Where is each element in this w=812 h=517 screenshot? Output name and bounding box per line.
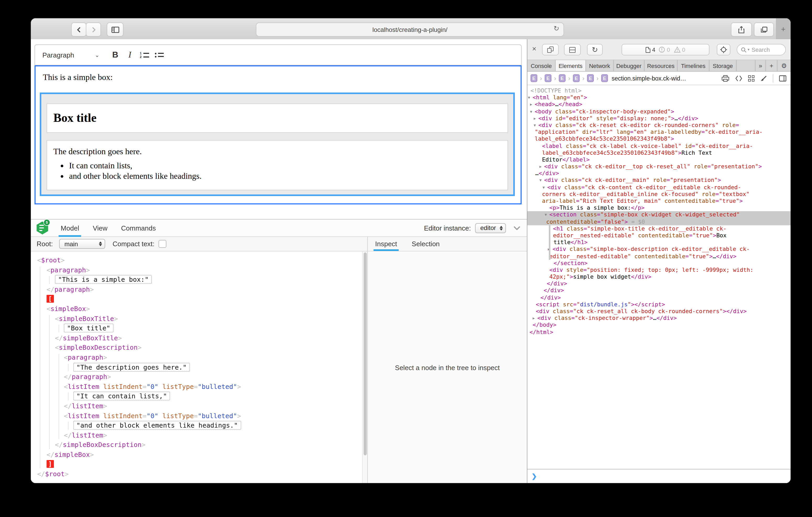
add-tab-button[interactable]: +	[765, 60, 777, 71]
address-bar[interactable]: localhost/creating-a-plugin/ ↻	[256, 23, 564, 37]
dom-tree-line[interactable]: ▶<div id="editor" style="display: none;"…	[527, 115, 790, 122]
editor-instance-select[interactable]: editor	[475, 223, 506, 233]
model-tree-line[interactable]: <simpleBoxDescription>	[31, 343, 362, 353]
back-button[interactable]	[71, 23, 86, 37]
dom-tree-line[interactable]: ▼<div class="ck ck-reset ck-editor ck-ro…	[527, 122, 790, 129]
breadcrumb-element-badge[interactable]: E	[545, 74, 551, 82]
dom-tree-line[interactable]: <!DOCTYPE html>	[527, 87, 790, 94]
model-tree-line[interactable]: ]	[31, 460, 362, 469]
devtools-tab-resources[interactable]: Resources	[645, 60, 677, 71]
dom-tree-line[interactable]: <div class="ck ck-reset_all ck-body ck-r…	[527, 308, 790, 315]
tab-selection[interactable]: Selection	[412, 240, 440, 251]
editor-paragraph[interactable]: This is a simple box:	[43, 73, 521, 82]
tab-model[interactable]: Model	[61, 219, 79, 237]
simple-box-title[interactable]: Box title	[47, 103, 508, 133]
model-tree-line[interactable]: <paragraph>	[31, 265, 362, 275]
model-tree-line[interactable]: <paragraph>	[31, 353, 362, 363]
dom-tree-line[interactable]: <div style="position: fixed; top: 0px; l…	[527, 267, 790, 273]
devtools-tab-console[interactable]: Console	[527, 60, 556, 71]
devtools-tab-network[interactable]: Network	[586, 60, 614, 71]
model-tree-pane[interactable]: <$root><paragraph>"This is a simple box:…	[31, 251, 362, 483]
heading-dropdown[interactable]: Paragraph	[42, 51, 95, 59]
tab-view[interactable]: View	[93, 219, 108, 237]
disclosure-closed-icon[interactable]: ▶	[530, 102, 535, 109]
disclosure-open-icon[interactable]: ▼	[528, 95, 532, 101]
disclosure-open-icon[interactable]: ▼	[545, 212, 549, 219]
quick-console[interactable]: ❯	[527, 469, 790, 483]
dom-tree-line[interactable]: </div>	[527, 294, 790, 301]
settings-gear-button[interactable]: ⚙	[777, 60, 790, 71]
dom-tree-line[interactable]: Editor</label>	[527, 156, 790, 163]
dom-tree-line[interactable]: ▶<head>…</head>	[527, 101, 790, 108]
model-tree-line[interactable]: <simpleBoxTitle>	[31, 314, 362, 324]
model-tree-line[interactable]: "and other block elements like headings.…	[31, 421, 362, 430]
disclosure-open-icon[interactable]: ▼	[530, 109, 535, 115]
breadcrumb-element-badge[interactable]: E	[587, 74, 594, 82]
tab-inspect[interactable]: Inspect	[375, 240, 397, 251]
dom-tree-line[interactable]: label_e63cbbfece34c53ce23501062343f49b8"…	[527, 149, 790, 156]
dom-tree-line[interactable]: ▼<div class="ck ck-editor__main" role="p…	[527, 177, 790, 184]
dom-tree-line[interactable]: </body>	[527, 322, 790, 329]
model-tree-line[interactable]: <listItem listIndent="0" listType="bulle…	[31, 411, 362, 421]
dom-tree-line[interactable]: label_e63cbbfece34c53ce23501062343f49b8"…	[527, 136, 790, 143]
model-tree-line[interactable]: [	[31, 295, 362, 304]
disclosure-open-icon[interactable]: ▼	[534, 122, 539, 129]
dom-tree-line[interactable]: ▶<div class="simple-box-description ck-e…	[527, 246, 790, 253]
dom-tree-line[interactable]: …</div>	[527, 170, 790, 177]
model-tree-line[interactable]: </paragraph>	[31, 372, 362, 382]
simple-box-widget[interactable]: Box title The description goes here. It …	[40, 93, 515, 196]
dom-tree-line[interactable]: ▼<html lang="en">	[527, 94, 790, 101]
issues-summary[interactable]: 4 0 0	[621, 44, 709, 55]
dom-tree-line[interactable]: ▶<div class="ck ck-editor__top ck-reset_…	[527, 163, 790, 170]
dom-tree-line[interactable]: </html>	[527, 329, 790, 335]
model-tree-line[interactable]: "Box title"	[31, 324, 362, 333]
model-tree-line[interactable]: </listItem>	[31, 430, 362, 440]
dom-tree-line[interactable]: aria-label="Rich Text Editor, main" cont…	[527, 197, 790, 204]
devtools-search[interactable]: ▾	[737, 44, 786, 55]
dom-tree-line[interactable]: ▼<div class="ck ck-content ck-editor__ed…	[527, 184, 790, 190]
model-tree-line[interactable]: </paragraph>	[31, 285, 362, 295]
dom-tree-line[interactable]: <label class="ck ck-label ck-voice-label…	[527, 143, 790, 149]
dock-bottom-button[interactable]	[564, 44, 581, 55]
bold-button[interactable]: B	[108, 48, 122, 62]
reload-icon[interactable]: ↻	[554, 25, 559, 32]
devtools-tab-elements[interactable]: Elements	[556, 60, 586, 71]
disclosure-open-icon[interactable]: ▼	[540, 178, 544, 184]
model-tree-line[interactable]: "The description goes here."	[31, 363, 362, 372]
reload-page-button[interactable]: ↻	[587, 44, 603, 55]
dom-tree-line[interactable]: ▶<div class="ck-inspector-wrapper">…</di…	[527, 315, 790, 322]
dom-tree-line[interactable]: <script src="dist/bundle.js"></script>	[527, 301, 790, 308]
breadcrumb-element-badge[interactable]: E	[601, 74, 608, 82]
italic-button[interactable]: I	[122, 48, 137, 62]
element-picker-button[interactable]	[717, 44, 730, 55]
dom-tree-line[interactable]: editor__nested-editable" contenteditable…	[527, 232, 790, 239]
model-tree-line[interactable]: </listItem>	[31, 401, 362, 411]
model-tree-line[interactable]: <simpleBox>	[31, 304, 362, 314]
model-tree-line[interactable]: <listItem listIndent="0" listType="bulle…	[31, 382, 362, 392]
tab-overview-button[interactable]	[754, 23, 774, 37]
styles-brush-icon[interactable]	[760, 75, 767, 82]
scrollbar-thumb[interactable]	[364, 252, 367, 455]
dom-tree-line[interactable]: ▼<body class="ck-inspector-body-expanded…	[527, 108, 790, 115]
model-tree-line[interactable]: <$root>	[31, 255, 362, 265]
collapse-inspector-button[interactable]	[513, 225, 521, 230]
breadcrumb-element-badge[interactable]: E	[530, 74, 537, 82]
model-tree-line[interactable]: "It can contain lists,"	[31, 392, 362, 401]
search-input[interactable]	[751, 46, 783, 53]
disclosure-open-icon[interactable]: ▼	[543, 184, 547, 191]
model-tree-line[interactable]: </simpleBoxTitle>	[31, 334, 362, 343]
close-devtools-button[interactable]: ×	[532, 44, 536, 53]
devtools-tab-debugger[interactable]: Debugger	[614, 60, 645, 71]
model-tree-line[interactable]: </simpleBoxDescription>	[31, 440, 362, 450]
dom-tree-line[interactable]: </section>	[527, 260, 790, 266]
model-tree-line[interactable]: </$root>	[31, 469, 362, 479]
bulleted-list-button[interactable]	[152, 48, 166, 62]
sidebar-toggle-button[interactable]	[107, 23, 123, 37]
dom-tree-line[interactable]: corners ck-editor__editable_inline ck-fo…	[527, 191, 790, 197]
dom-tree-line[interactable]: <h1 class="simple-box-title ck-editor__e…	[527, 225, 790, 232]
search-options-chevron-icon[interactable]: ▾	[748, 48, 750, 52]
simple-box-description[interactable]: The description goes here. It can contai…	[47, 140, 508, 190]
compact-text-checkbox[interactable]	[159, 240, 167, 248]
breadcrumb-element-badge[interactable]: E	[559, 74, 566, 82]
tab-commands[interactable]: Commands	[121, 219, 156, 237]
